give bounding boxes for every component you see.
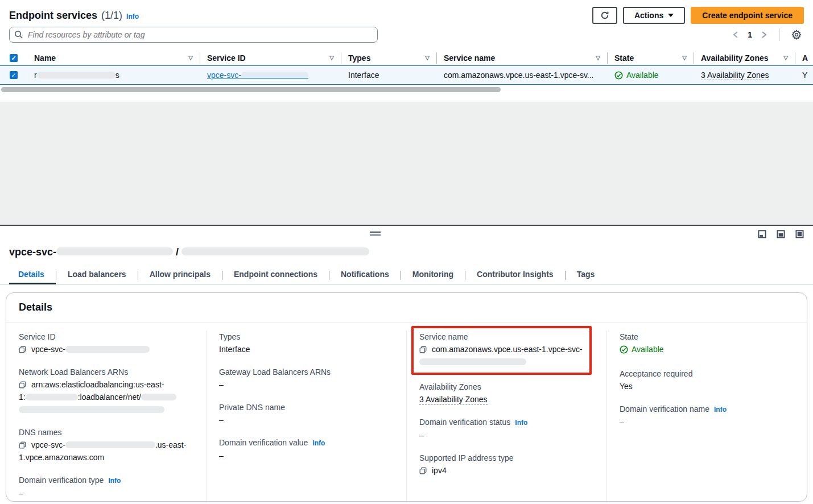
info-link[interactable]: Info [312,439,325,447]
panel-small-icon [758,230,766,238]
field-domain-verification-type: Domain verification typeInfo – [19,474,195,499]
settings-button[interactable] [789,30,804,40]
column-header-name[interactable]: Name▽ [27,52,200,64]
info-link[interactable]: Info [126,13,139,20]
tab-notifications[interactable]: Notifications [329,266,401,284]
row-checkbox[interactable]: ✓ [10,71,18,79]
redacted-account-id [26,394,78,400]
column-header-state[interactable]: State▽ [608,52,694,64]
panel-size-small-button[interactable] [758,230,766,238]
split-panel-drag-handle[interactable] [370,232,381,236]
table-toolbar: 1 [0,26,813,43]
column-header-service-id[interactable]: Service ID▽ [200,52,341,64]
split-panel-preferences [758,230,804,238]
horizontal-scrollbar-track [0,87,813,94]
copy-icon[interactable] [419,467,427,474]
details-card-header: Details [6,293,807,323]
cell-state: Available [608,71,694,80]
page-background [0,102,813,225]
next-page-button[interactable] [758,29,770,40]
redacted-name [37,72,115,79]
panel-title: vpce-svc- / [0,226,813,258]
panel-size-large-button[interactable] [795,230,804,238]
status-available-icon [620,345,628,354]
copy-icon[interactable] [419,346,427,353]
availability-zones-popover[interactable]: 3 Availability Zones [701,71,769,80]
field-types: Types Interface [219,331,395,356]
create-endpoint-service-button[interactable]: Create endpoint service [691,7,804,24]
table-card-bottom [0,94,813,102]
gear-icon [791,30,802,40]
field-dns-names: DNS names vpce-svc-.us-east- 1.vpce.amaz… [19,426,195,464]
field-service-name: Service name com.amazonaws.vpce.us-east-… [419,331,583,368]
copy-icon[interactable] [19,346,26,353]
tab-allow-principals[interactable]: Allow principals [138,266,222,284]
toolbar-divider [779,28,780,41]
field-domain-verification-value: Domain verification valueInfo – [219,436,395,462]
cell-acceptance: Y [795,71,813,80]
tab-details[interactable]: Details [9,266,56,284]
redacted-title-name [181,247,369,255]
split-panel: vpce-svc- / Details Load balancers Allow… [0,225,813,504]
info-link[interactable]: Info [108,477,121,485]
redacted-value [65,346,150,353]
tab-contributor-insights[interactable]: Contributor Insights [465,266,565,284]
details-column-2: Types Interface Gateway Load Balancers A… [206,331,406,502]
cell-service-name: com.amazonaws.vpce.us-east-1.vpce-sv... [437,71,608,80]
details-card: Details Service ID vpce-svc- Network Loa… [6,292,807,502]
sort-icon[interactable]: ▽ [329,55,334,61]
tab-monitoring[interactable]: Monitoring [401,266,465,284]
info-link[interactable]: Info [515,419,527,427]
tab-load-balancers[interactable]: Load balancers [56,266,138,284]
cell-types: Interface [341,71,437,80]
service-name-highlight-box: Service name com.amazonaws.vpce.us-east-… [411,326,592,375]
horizontal-scrollbar[interactable] [1,87,501,92]
redacted-value [419,358,526,365]
field-service-id: Service ID vpce-svc- [19,331,195,356]
table-row[interactable]: ✓ rs vpce-svc- Interface com.amazonaws.v… [0,65,813,85]
select-all-checkbox[interactable]: ✓ [10,54,18,62]
panel-size-medium-button[interactable] [777,230,785,238]
status-available-icon [614,71,623,80]
tab-tags[interactable]: Tags [566,266,606,284]
column-header-acceptance[interactable]: A [795,52,813,64]
previous-page-button[interactable] [729,29,742,40]
redacted-value [65,441,155,448]
sort-icon[interactable]: ▽ [425,55,430,61]
sort-icon[interactable]: ▽ [783,55,788,61]
search-box [9,27,378,43]
column-header-types[interactable]: Types▽ [341,52,437,64]
field-domain-verification-status: Domain verification statusInfo – [419,416,595,441]
service-id-link[interactable]: vpce-svc- [207,71,308,80]
redacted-title-id [56,247,173,255]
column-header-availability-zones[interactable]: Availability Zones▽ [694,52,795,64]
refresh-icon [600,11,609,20]
info-link[interactable]: Info [714,406,727,414]
copy-icon[interactable] [19,381,26,389]
field-private-dns-name: Private DNS name – [219,401,395,426]
details-column-1: Service ID vpce-svc- Network Load Balanc… [6,331,206,502]
column-header-service-name[interactable]: Service name▽ [437,52,608,64]
field-nlb-arns: Network Load Balancers ARNs arn:aws:elas… [19,366,195,416]
pagination: 1 [729,28,804,41]
details-column-3: Service name com.amazonaws.vpce.us-east-… [406,331,606,502]
tab-bar: Details Load balancers Allow principals … [0,266,813,284]
resource-count: (1/1) [101,10,122,22]
search-input[interactable] [9,27,378,43]
sort-icon[interactable]: ▽ [682,55,687,61]
caret-down-icon [668,14,674,17]
availability-zones-popover[interactable]: 3 Availability Zones [419,395,488,404]
panel-large-icon [795,230,804,238]
refresh-button[interactable] [592,7,617,24]
tab-endpoint-connections[interactable]: Endpoint connections [222,266,329,284]
copy-icon[interactable] [19,441,26,449]
page-title: Endpoint services [9,10,97,22]
search-icon [14,30,23,39]
field-supported-ip-address-type: Supported IP address type ipv4 [419,452,595,477]
sort-icon[interactable]: ▽ [188,55,193,61]
redacted-value [19,406,164,413]
actions-button[interactable]: Actions [623,7,685,24]
sort-icon[interactable]: ▽ [596,55,600,61]
redacted-service-id [241,72,308,79]
details-column-4: State Available Acceptance required Yes … [606,331,807,502]
